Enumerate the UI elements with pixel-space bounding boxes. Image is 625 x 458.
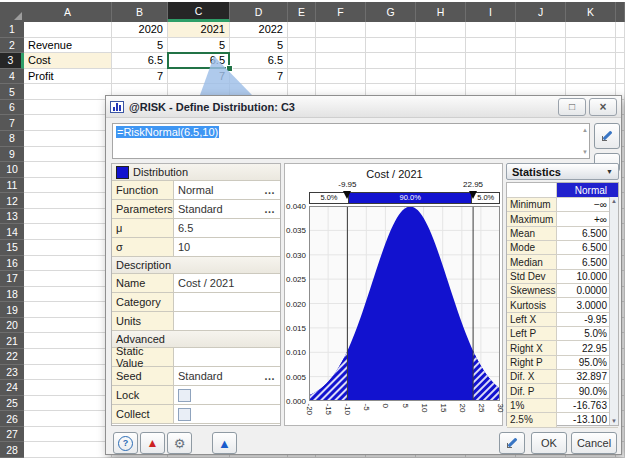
row-header-1[interactable]: 1 (0, 22, 24, 38)
density-plot[interactable] (309, 206, 500, 401)
col-header-B[interactable]: B (112, 2, 168, 22)
statistics-dropdown[interactable]: Statistics ▼ (506, 163, 619, 180)
scroll-down-icon[interactable]: ▼ (610, 417, 618, 425)
stat-row-dif-x: Dif. X32.897 (507, 370, 618, 384)
row-header-4[interactable]: 4 (0, 69, 24, 85)
statistics-scrollbar[interactable]: ▲ ▼ (609, 197, 618, 425)
overlay-distribution-button[interactable]: ▲ (140, 432, 165, 454)
row-header-21[interactable]: 21 (0, 333, 24, 349)
row-header-11[interactable]: 11 (0, 178, 24, 194)
col-header-J[interactable]: J (516, 2, 566, 22)
row-header-8[interactable]: 8 (0, 131, 24, 147)
row-header-2[interactable]: 2 (0, 38, 24, 54)
property-value[interactable] (174, 405, 280, 423)
row-header-14[interactable]: 14 (0, 224, 24, 240)
property-value[interactable]: Standard… (174, 200, 280, 218)
row-header-27[interactable]: 27 (0, 427, 24, 443)
col-header-E[interactable]: E (288, 2, 316, 22)
cell-A3[interactable]: Cost (24, 53, 111, 68)
stat-row-maximum: Maximum+∞ (507, 212, 618, 226)
help-button[interactable]: ? (113, 432, 138, 454)
cell-B2[interactable]: 5 (112, 38, 167, 53)
distribution-chart-panel: Cost / 2021 -9.9522.955.0%90.0%5.0%0.040… (284, 163, 503, 426)
cell-C1[interactable]: 2021 (168, 22, 229, 37)
distribution-view-button[interactable]: ▲ (212, 432, 237, 454)
property-value[interactable]: 6.5 (174, 219, 280, 237)
row-header-19[interactable]: 19 (0, 302, 24, 318)
row-header-13[interactable]: 13 (0, 209, 24, 225)
row-header-20[interactable]: 20 (0, 318, 24, 334)
cell-D1[interactable]: 2022 (230, 22, 287, 37)
ellipsis-button[interactable]: … (264, 370, 276, 382)
ellipsis-button[interactable]: … (264, 203, 276, 215)
stats-corner-cell (507, 183, 557, 197)
property-value[interactable] (174, 348, 280, 366)
row-header-7[interactable]: 7 (0, 115, 24, 131)
property-value[interactable]: Standard… (174, 367, 280, 385)
cell-B4[interactable]: 7 (112, 69, 167, 84)
left-delimiter-handle[interactable] (343, 191, 351, 199)
row-header-28[interactable]: 28 (0, 442, 24, 458)
property-value[interactable]: Normal… (174, 181, 280, 199)
row-header-6[interactable]: 6 (0, 100, 24, 116)
scroll-up-icon[interactable]: ▲ (610, 197, 618, 205)
formula-input[interactable]: =RiskNormal(6.5,10) ▲ ▼ (112, 123, 590, 159)
dialog-titlebar[interactable]: @RISK - Define Distribution: C3 □ × (106, 96, 621, 118)
property-value[interactable] (174, 312, 280, 330)
row-header-18[interactable]: 18 (0, 287, 24, 303)
row-header-10[interactable]: 10 (0, 162, 24, 178)
row-header-25[interactable]: 25 (0, 396, 24, 412)
cell-D3[interactable]: 6.5 (230, 53, 287, 68)
row-header-16[interactable]: 16 (0, 256, 24, 272)
formula-scroll-down-icon[interactable]: ▼ (582, 149, 588, 155)
cell-D2[interactable]: 5 (230, 38, 287, 53)
row-header-23[interactable]: 23 (0, 365, 24, 381)
row-header-3[interactable]: 3 (0, 53, 24, 69)
row-header-9[interactable]: 9 (0, 147, 24, 163)
gridline (24, 83, 625, 84)
cell-B1[interactable]: 2020 (112, 22, 167, 37)
row-header-26[interactable]: 26 (0, 411, 24, 427)
col-header-A[interactable]: A (24, 2, 112, 22)
ellipsis-button[interactable]: … (264, 184, 276, 196)
ok-button[interactable]: OK (531, 432, 567, 454)
property-value[interactable]: Cost / 2021 (174, 274, 280, 292)
row-header-24[interactable]: 24 (0, 380, 24, 396)
col-header-K[interactable]: K (566, 2, 616, 22)
select-all-corner[interactable] (0, 2, 24, 22)
property-value[interactable] (174, 386, 280, 404)
cell-C2[interactable]: 5 (168, 38, 229, 53)
col-header-D[interactable]: D (230, 2, 288, 22)
right-delimiter-handle[interactable] (469, 191, 477, 199)
chart-title: Cost / 2021 (285, 168, 504, 180)
cancel-button[interactable]: Cancel (571, 432, 617, 454)
copy-graph-button[interactable] (499, 432, 525, 454)
row-header-12[interactable]: 12 (0, 193, 24, 209)
col-header-H[interactable]: H (416, 2, 466, 22)
cell-A4[interactable]: Profit (24, 69, 111, 84)
maximize-icon: □ (569, 102, 575, 112)
col-header-partial[interactable] (616, 2, 625, 22)
statistics-column-header-row: Normal (507, 183, 618, 198)
row-header-15[interactable]: 15 (0, 240, 24, 256)
x-axis-tick: 20 (457, 404, 466, 422)
row-header-5[interactable]: 5 (0, 84, 24, 100)
col-header-C[interactable]: C (168, 2, 230, 22)
maximize-button[interactable]: □ (558, 98, 586, 116)
property-value[interactable] (174, 293, 280, 311)
graph-settings-button[interactable]: ⚙ (167, 432, 192, 454)
close-button[interactable]: × (589, 98, 617, 116)
collect-checkbox[interactable] (178, 408, 191, 421)
cell-A2[interactable]: Revenue (24, 38, 111, 53)
row-header-22[interactable]: 22 (0, 349, 24, 365)
cell-B3[interactable]: 6.5 (112, 53, 167, 68)
lock-checkbox[interactable] (178, 389, 191, 402)
col-header-I[interactable]: I (466, 2, 516, 22)
formula-scroll-up-icon[interactable]: ▲ (582, 127, 588, 133)
property-value[interactable]: 10 (174, 238, 280, 256)
col-header-G[interactable]: G (366, 2, 416, 22)
cell-D4[interactable]: 7 (230, 69, 287, 84)
edit-formula-button[interactable] (594, 123, 620, 149)
row-header-17[interactable]: 17 (0, 271, 24, 287)
col-header-F[interactable]: F (316, 2, 366, 22)
